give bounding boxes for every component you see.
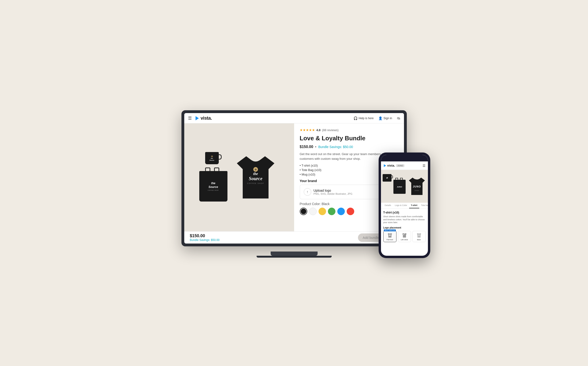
back-label: Back [417, 239, 421, 240]
upload-formats: PNG, SVG, Adobe Illustrator, JPG [314, 192, 353, 195]
tab-details[interactable]: Details [383, 203, 393, 208]
mug-body: ✿ theSource [205, 152, 219, 164]
upload-text: Upload logo PNG, SVG, Adobe Illustrator,… [314, 189, 353, 195]
signin-action[interactable]: 👤 Sign in [378, 116, 392, 120]
product-mockup: ✿ theSource [195, 147, 284, 208]
vista-logo[interactable]: vista. [195, 115, 212, 121]
tshirt-mockup: the Source COFFEE SHOP ✿ [232, 152, 279, 203]
mockup-left: ✿ theSource [199, 152, 227, 203]
phone-placement-options: MOST POPULAR Full front Left chest [383, 231, 426, 242]
tote-handles [205, 168, 222, 172]
cart-icon: 🛍 [397, 116, 400, 120]
tote-logo: theSource COFFEE SHOP [208, 182, 219, 191]
phone-vista-chevron-icon [383, 164, 387, 167]
mug-logo: ✿ theSource [209, 155, 216, 162]
swatch-yellow[interactable] [318, 208, 326, 215]
left-chest-label: Left chest [401, 239, 408, 240]
laptop-main: ✿ theSource [184, 123, 404, 231]
phone-product-image: ✿ JUNO JUNO [381, 170, 428, 203]
placement-left-chest[interactable]: Left chest [398, 231, 411, 242]
tab-tote[interactable]: Tote bag [419, 203, 428, 208]
star-rating: ★★★★★ [300, 128, 315, 132]
full-front-label: Full front [387, 239, 393, 240]
phone-section-desc: Short sleeve shirts made from comfortabl… [383, 215, 426, 224]
scene: ☰ vista. 🎧 Help is here 👤 [165, 103, 423, 263]
upload-main-text: Upload logo [314, 189, 353, 192]
svg-rect-10 [403, 234, 404, 235]
product-price: $150.00 [300, 145, 313, 149]
svg-text:JUNO: JUNO [413, 185, 421, 188]
phone-brand-badge: JUNO [396, 164, 405, 167]
svg-text:✿: ✿ [255, 168, 256, 171]
rating-reviews: (88 reviews) [322, 128, 339, 132]
header-actions: 🎧 Help is here 👤 Sign in 🛍 [354, 116, 400, 120]
brand-label: Your brand [300, 179, 317, 183]
phone-screen: vista. JUNO ☰ ✿ [381, 155, 428, 256]
laptop-screen: ☰ vista. 🎧 Help is here 👤 [184, 113, 404, 244]
placement-back[interactable]: Back [412, 231, 426, 242]
tote-logo-sub: COFFEE SHOP [208, 190, 219, 191]
phone-vista-logo[interactable]: vista. [383, 164, 395, 167]
phone-tshirt-svg: JUNO JUNO [408, 176, 426, 197]
tab-tshirt[interactable]: T-shirt [409, 203, 419, 208]
left-chest-icon [402, 233, 407, 238]
laptop-header: ☰ vista. 🎧 Help is here 👤 [184, 113, 404, 123]
phone-tabs: Details Logo & Color T-shirt Tote bag Mu… [381, 203, 428, 209]
phone: vista. JUNO ☰ ✿ [379, 152, 430, 258]
phone-menu-icon[interactable]: ☰ [423, 164, 426, 168]
help-action[interactable]: 🎧 Help is here [354, 116, 374, 120]
svg-text:the: the [253, 172, 258, 176]
svg-text:COFFEE SHOP: COFFEE SHOP [247, 183, 264, 184]
most-popular-badge: MOST POPULAR [384, 229, 396, 231]
phone-tshirt: JUNO JUNO [408, 176, 426, 197]
phone-mug-body: ✿ [383, 174, 392, 182]
laptop-base [256, 256, 332, 258]
placement-full-front[interactable]: MOST POPULAR Full front [383, 231, 396, 242]
price-dot: • [315, 145, 317, 149]
phone-mug-handle [391, 175, 393, 178]
phone-mug-text: ✿ [386, 177, 388, 179]
vista-chevron-icon [195, 116, 200, 121]
rating-score: 4.8 [317, 128, 321, 132]
svg-marker-0 [195, 116, 199, 120]
vista-logo-text: vista. [201, 115, 212, 121]
svg-rect-9 [389, 234, 391, 236]
laptop-stand [271, 252, 317, 256]
laptop-body: ☰ vista. 🎧 Help is here 👤 [181, 110, 407, 246]
user-icon: 👤 [378, 116, 382, 120]
svg-marker-6 [384, 164, 386, 167]
bottom-savings: Bundle Savings: $50.00 [190, 238, 220, 242]
cart-action[interactable]: 🛍 [397, 116, 400, 120]
phone-content: T-shirt (x10) Short sleeve shirts made f… [381, 209, 428, 256]
swatch-blue[interactable] [337, 208, 345, 215]
phone-header: vista. JUNO ☰ [381, 161, 428, 170]
bottom-price-main: $150.00 [190, 233, 220, 238]
product-image-panel: ✿ theSource [184, 123, 294, 231]
phone-notch [395, 156, 414, 160]
phone-vista-text: vista. [387, 164, 395, 167]
phone-tote-text: JUNO [397, 186, 402, 188]
tote-body: theSource COFFEE SHOP [199, 171, 227, 202]
swatch-white[interactable] [309, 208, 317, 215]
svg-text:Source: Source [249, 176, 263, 181]
tote-bag-mockup: theSource COFFEE SHOP [199, 170, 227, 203]
swatch-green[interactable] [328, 208, 335, 215]
help-label: Help is here [359, 117, 374, 120]
phone-tote-body: JUNO [393, 180, 406, 194]
upload-icon: ↑ [304, 188, 311, 196]
svg-rect-11 [418, 234, 420, 236]
back-icon [416, 233, 422, 238]
laptop-bottom-bar: $150.00 Bundle Savings: $50.00 Add bundl… [184, 231, 404, 244]
tab-logo-color[interactable]: Logo & Color [393, 203, 409, 208]
tote-handle-right [214, 168, 219, 172]
phone-placement-label: Logo placement [383, 226, 426, 229]
full-front-icon [387, 233, 393, 238]
tote-logo-text: theSource [208, 182, 219, 189]
mug-logo-text: theSource [209, 158, 214, 161]
swatch-red[interactable] [347, 208, 354, 215]
swatch-black[interactable] [300, 208, 307, 215]
tote-handle-left [205, 168, 210, 172]
mug-handle [218, 154, 222, 160]
menu-icon[interactable]: ☰ [188, 116, 192, 121]
phone-mug: ✿ [383, 174, 392, 182]
